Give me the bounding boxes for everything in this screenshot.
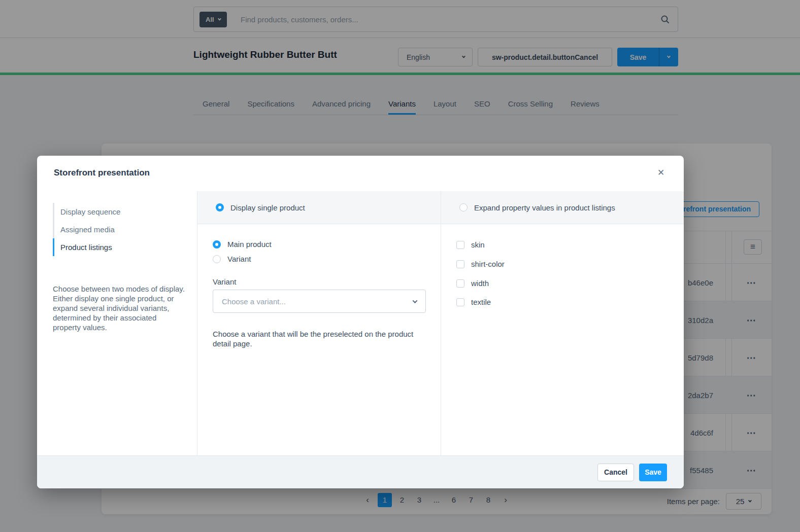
nav-item-display-sequence[interactable]: Display sequence (53, 203, 185, 221)
close-icon[interactable]: ✕ (655, 167, 667, 179)
skin-checkbox[interactable] (456, 241, 464, 249)
variant-option-label: Variant (227, 255, 251, 263)
skin-label: skin (471, 240, 485, 249)
nav-item-assigned-media[interactable]: Assigned media (53, 221, 185, 238)
modal-header: Storefront presentation ✕ (37, 156, 684, 191)
shirt-color-label: shirt-color (471, 260, 505, 268)
display-single-product-label: Display single product (230, 203, 305, 212)
width-checkbox[interactable] (456, 279, 464, 288)
property-option-width: width (456, 279, 489, 288)
expand-properties-column: Expand property values in product listin… (441, 191, 684, 455)
single-product-mode-header: Display single product (197, 191, 441, 224)
textile-checkbox[interactable] (456, 298, 464, 306)
property-option-shirt-color: shirt-color (456, 260, 505, 268)
expand-properties-radio[interactable] (459, 203, 468, 211)
width-label: width (471, 279, 489, 288)
expand-properties-label: Expand property values in product listin… (474, 203, 615, 212)
expand-properties-mode-header: Expand property values in product listin… (441, 191, 684, 224)
property-option-textile: textile (456, 298, 491, 306)
single-product-column: Display single product Main product Vari… (197, 191, 441, 455)
modal-cancel-button[interactable]: Cancel (597, 464, 634, 481)
main-product-label: Main product (227, 240, 272, 249)
storefront-presentation-modal: Storefront presentation ✕ Display sequen… (37, 156, 684, 488)
variant-radio[interactable] (213, 255, 221, 263)
modal-sidebar: Display sequence Assigned media Product … (37, 191, 197, 455)
display-single-product-radio[interactable] (216, 203, 224, 211)
mode-description: Choose between two modes of display. Eit… (53, 284, 185, 332)
shirt-color-checkbox[interactable] (456, 260, 464, 268)
chevron-down-icon (413, 298, 418, 303)
property-option-skin: skin (456, 240, 485, 249)
variant-help-text: Choose a variant that will be the presel… (213, 329, 417, 348)
main-product-radio[interactable] (213, 240, 221, 249)
textile-label: textile (471, 298, 491, 306)
variant-option: Variant (213, 255, 251, 263)
variant-select-placeholder: Choose a variant... (222, 297, 286, 306)
main-product-option: Main product (213, 240, 272, 249)
variant-select[interactable]: Choose a variant... (213, 290, 426, 313)
nav-item-product-listings[interactable]: Product listings (53, 238, 185, 256)
modal-save-button[interactable]: Save (639, 464, 667, 481)
modal-title: Storefront presentation (54, 168, 150, 178)
modal-nav: Display sequence Assigned media Product … (53, 203, 185, 256)
modal-footer: Cancel Save (37, 455, 684, 488)
modal-body: Display sequence Assigned media Product … (37, 191, 684, 455)
variant-field-label: Variant (213, 277, 236, 286)
